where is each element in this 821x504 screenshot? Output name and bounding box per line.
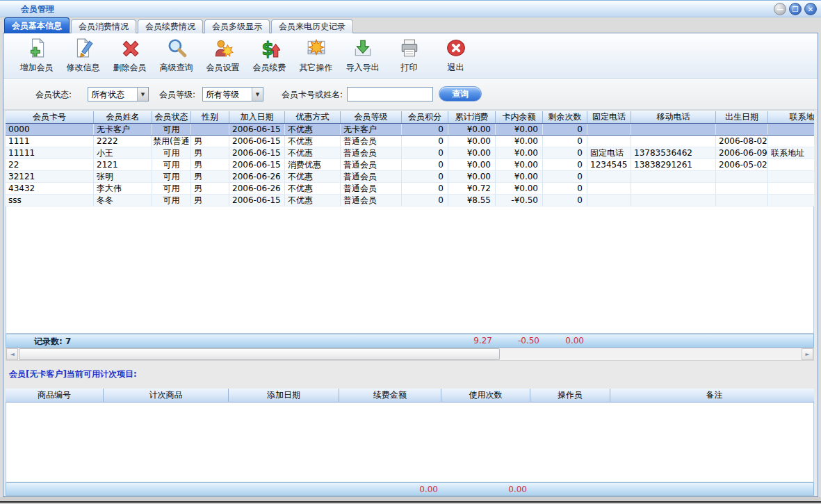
toolbar-button-3[interactable]: 高级查询 [153, 35, 200, 76]
close-icon[interactable]: ✕ [804, 3, 817, 15]
horizontal-scrollbar[interactable]: ◄ ► [6, 348, 814, 361]
window-bottom-frame [0, 497, 821, 504]
status-filter-select[interactable]: 所有状态 ▼ [88, 87, 149, 101]
column-header-11[interactable]: 固定电话 [587, 111, 631, 124]
member-settings-icon [213, 38, 234, 60]
column-header-6[interactable]: 会员等级 [341, 111, 402, 124]
column-header-9[interactable]: 卡内余额 [496, 111, 543, 124]
cell: 2006-06-26 [229, 171, 285, 182]
toolbar-button-label: 修改信息 [67, 62, 100, 74]
tab-1[interactable]: 会员消费情况 [71, 19, 136, 33]
cell: ¥0.00 [496, 171, 543, 182]
query-button[interactable]: 查询 [439, 86, 482, 101]
toolbar-button-6[interactable]: 其它操作 [293, 35, 339, 76]
toolbar-button-2[interactable]: 删除会员 [106, 35, 153, 76]
toolbar-button-0[interactable]: 增加会员 [13, 35, 60, 76]
items-column-header-4[interactable]: 使用次数 [441, 389, 530, 403]
column-header-0[interactable]: 会员卡号 [6, 111, 94, 124]
member-row[interactable]: 43432李大伟可用男2006-06-26不优惠普通会员0¥0.72¥0.000 [6, 183, 814, 195]
members-summary-bar: 9.27-0.500.00 记录数: 7 [6, 334, 814, 348]
summary-cell [192, 334, 230, 347]
other-operations-icon [306, 38, 327, 60]
cell: 2006-06-26 [229, 183, 285, 194]
minimize-icon[interactable]: — [774, 3, 786, 15]
toolbar-button-9[interactable]: 退出 [432, 35, 479, 76]
column-header-8[interactable]: 累计消费 [448, 111, 496, 124]
level-filter-select[interactable]: 所有等级 ▼ [202, 87, 263, 101]
toolbar-button-4[interactable]: 会员设置 [200, 35, 246, 76]
cell [191, 124, 229, 135]
column-header-13[interactable]: 出生日期 [716, 111, 768, 124]
scroll-left-icon[interactable]: ◄ [6, 348, 18, 360]
window-controls: — ❐ ✕ [774, 3, 817, 15]
column-header-10[interactable]: 剩余次数 [543, 111, 587, 124]
tab-2[interactable]: 会员续费情况 [138, 19, 203, 33]
toolbar-button-5[interactable]: $会员续费 [246, 35, 293, 76]
summary-cell [632, 334, 717, 347]
cell: 不优惠 [285, 124, 341, 135]
items-table-body [6, 403, 814, 482]
cell: 2006-05-02 [716, 159, 768, 170]
cell: 2006-06-15 [229, 147, 285, 158]
scroll-right-icon[interactable]: ► [802, 348, 813, 360]
member-row[interactable]: 222121可用男2006-06-15消费优惠普通会员0¥0.00¥0.0001… [6, 159, 814, 171]
cell [768, 171, 814, 182]
cell: 0000 [6, 124, 94, 135]
items-summary-bar: 0.000.00 [6, 482, 814, 496]
scrollbar-thumb[interactable] [19, 348, 500, 360]
cell: -¥0.50 [496, 195, 543, 206]
summary-cell: 9.27 [449, 334, 496, 347]
cell: 不优惠 [285, 183, 341, 194]
cell: 0 [402, 195, 448, 206]
items-column-header-6[interactable]: 备注 [610, 389, 814, 403]
cell: 男 [191, 159, 229, 170]
status-filter-value: 所有状态 [88, 88, 137, 101]
cell: 禁用(普通· [152, 136, 191, 147]
member-row[interactable]: 32121张明可用男2006-06-26不优惠普通会员0¥0.00¥0.000 [6, 171, 814, 183]
member-row[interactable]: sss冬冬可用男2006-06-15不优惠普通会员0¥8.55-¥0.500 [6, 195, 814, 206]
items-column-header-5[interactable]: 操作员 [530, 389, 610, 403]
column-header-14[interactable]: 联系地址 [768, 111, 814, 124]
tab-4[interactable]: 会员来电历史记录 [271, 19, 353, 33]
cell: 13783536462 [631, 147, 716, 158]
member-row[interactable]: 0000无卡客户可用2006-06-15不优惠无卡客户0¥0.00¥0.000 [6, 123, 814, 136]
column-header-12[interactable]: 移动电话 [631, 111, 716, 124]
toolbar-button-label: 会员续费 [253, 62, 286, 74]
items-column-header-1[interactable]: 计次商品 [104, 389, 229, 403]
tab-3[interactable]: 会员多级显示 [204, 19, 270, 33]
members-table-header: 会员卡号会员姓名会员状态性别加入日期优惠方式会员等级会员积分累计消费卡内余额剩余… [6, 111, 814, 124]
column-header-1[interactable]: 会员姓名 [94, 111, 152, 124]
items-column-header-0[interactable]: 商品编号 [6, 389, 104, 403]
summary-cell [153, 334, 192, 347]
items-column-header-2[interactable]: 添加日期 [229, 389, 339, 403]
status-filter-label: 会员状态: [35, 89, 72, 101]
cell: ¥8.55 [448, 195, 496, 206]
maximize-icon[interactable]: ❐ [789, 3, 802, 15]
items-summary-cell [6, 483, 104, 496]
cell: 0 [402, 159, 448, 170]
member-row[interactable]: 11112222禁用(普通·男2006-06-15不优惠普通会员0¥0.00¥0… [6, 136, 814, 147]
summary-cell [341, 334, 403, 347]
toolbar-button-7[interactable]: 导入导出 [339, 35, 386, 76]
cell: 普通会员 [341, 136, 402, 147]
cell [587, 195, 631, 206]
tab-0[interactable]: 会员基本信息 [4, 17, 70, 33]
toolbar-button-1[interactable]: 修改信息 [60, 35, 106, 76]
column-header-5[interactable]: 优惠方式 [285, 111, 341, 124]
cell: 可用 [152, 195, 191, 206]
toolbar-button-8[interactable]: 打印 [386, 35, 432, 76]
column-header-7[interactable]: 会员积分 [402, 111, 448, 124]
column-header-4[interactable]: 加入日期 [229, 111, 285, 124]
member-row[interactable]: 11111小王可用男2006-06-15不优惠普通会员0¥0.00¥0.000固… [6, 147, 814, 159]
cell: 小王 [94, 147, 152, 158]
column-header-3[interactable]: 性别 [191, 111, 229, 124]
search-input[interactable] [347, 87, 433, 101]
chevron-down-icon[interactable]: ▼ [252, 88, 263, 101]
cell [631, 171, 716, 182]
cell [768, 183, 814, 194]
cell: 可用 [152, 183, 191, 194]
toolbar-button-label: 退出 [448, 62, 464, 74]
items-column-header-3[interactable]: 续费金额 [339, 389, 441, 403]
chevron-down-icon[interactable]: ▼ [137, 88, 148, 101]
column-header-2[interactable]: 会员状态 [152, 111, 191, 124]
